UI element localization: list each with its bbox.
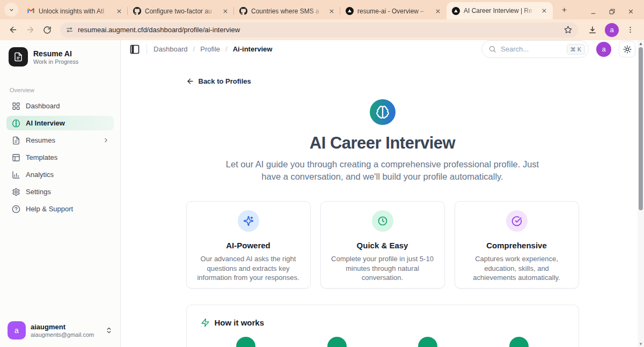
download-icon[interactable] (588, 25, 597, 35)
sidebar-spacer (6, 216, 114, 319)
sidebar-item-templates[interactable]: Templates (6, 150, 114, 165)
gear-icon (12, 188, 20, 196)
feature-card-comprehensive: Comprehensive Captures work experience, … (455, 201, 579, 289)
app-logo-row[interactable]: Resume AI Work in Progress (6, 47, 114, 67)
sidebar-nav: Dashboard AI Interview Resumes Templates… (6, 99, 114, 216)
user-menu[interactable]: a aiaugment aiaugments@gmail.com (6, 319, 114, 342)
window-controls (590, 8, 644, 19)
search-box[interactable]: ⌘ K (481, 40, 589, 58)
step-circle (509, 337, 529, 347)
scroll-up-arrow[interactable]: ▲ (638, 40, 644, 47)
feature-card-ai-powered: AI-Powered Our advanced AI asks the righ… (186, 201, 311, 289)
sidebar-item-resumes[interactable]: Resumes (6, 133, 114, 147)
sidebar-item-help-support[interactable]: Help & Support (6, 202, 114, 216)
grid-icon (12, 102, 20, 110)
browser-tab-resume-ai-overview[interactable]: resume-ai - Overview – (340, 3, 447, 19)
tab-title: Countries where SMS a (251, 8, 324, 15)
browser-tab-active[interactable]: AI Career Interview | Re (447, 2, 553, 19)
tab-close-icon[interactable] (221, 7, 230, 16)
chevrons-up-down-icon (105, 327, 113, 334)
tab-close-icon[interactable] (327, 7, 336, 16)
how-it-works-header: How it works (201, 318, 565, 327)
scrollbar-thumb[interactable] (639, 47, 643, 210)
new-tab-button[interactable] (557, 3, 571, 17)
step-item (383, 337, 474, 347)
minimize-icon[interactable] (590, 8, 597, 15)
feature-description: Captures work experience, education, ski… (463, 254, 571, 283)
sidebar-section-label: Overview (10, 87, 114, 93)
scroll-down-arrow[interactable]: ▼ (638, 341, 644, 347)
plus-icon (561, 6, 568, 13)
site-info-icon[interactable] (65, 26, 74, 34)
app-subtitle: Work in Progress (33, 58, 78, 65)
sidebar-item-label: Settings (26, 188, 51, 196)
sidebar-toggle-button[interactable] (129, 44, 140, 55)
browser-tab-strip: Unlock insights with Atl Configure two-f… (0, 0, 644, 19)
tab-title: Configure two-factor au (145, 8, 217, 15)
sidebar-item-label: Analytics (26, 171, 54, 179)
browser-tab-github-2fa[interactable]: Configure two-factor au (128, 3, 234, 19)
forward-button[interactable] (23, 23, 38, 38)
arrow-left-icon (186, 77, 194, 85)
back-button[interactable] (5, 23, 20, 38)
reload-button[interactable] (40, 23, 55, 38)
back-arrow-icon (9, 25, 18, 34)
sidebar-item-dashboard[interactable]: Dashboard (6, 99, 114, 113)
step-circle (327, 337, 347, 347)
page-scrollbar[interactable]: ▲ ▼ (638, 40, 644, 347)
github-icon (133, 7, 141, 15)
user-email: aiaugments@gmail.com (31, 331, 94, 338)
sun-icon (623, 45, 632, 54)
github-icon (239, 7, 247, 15)
tab-close-icon[interactable] (540, 6, 548, 15)
bookmark-star-icon[interactable] (564, 25, 573, 34)
tab-close-icon[interactable] (434, 7, 442, 16)
step-circle (418, 337, 437, 347)
brain-icon (12, 119, 20, 128)
tab-title: Unlock insights with Atl (39, 8, 111, 15)
header-avatar[interactable]: a (596, 42, 611, 57)
user-name: aiaugment (31, 323, 94, 331)
vercel-icon (346, 7, 354, 15)
tab-title: AI Career Interview | Re (464, 7, 536, 14)
feature-description: Our advanced AI asks the right questions… (194, 254, 303, 283)
reload-icon (43, 26, 52, 34)
theme-toggle-button[interactable] (619, 41, 635, 57)
tab-title: resume-ai - Overview – (357, 8, 430, 15)
url-text[interactable]: resumeai.augment.cfd/dashboard/profile/a… (78, 26, 559, 34)
how-it-works-title: How it works (215, 318, 265, 327)
browser-tab-github-sms[interactable]: Countries where SMS a (234, 3, 340, 19)
browser-profile-avatar[interactable]: a (605, 23, 619, 37)
sidebar-item-ai-interview[interactable]: AI Interview (6, 116, 114, 130)
back-to-profiles-link[interactable]: Back to Profiles (186, 77, 251, 85)
browser-tab-gmail[interactable]: Unlock insights with Atl (21, 3, 128, 19)
feature-title: AI-Powered (194, 241, 303, 250)
url-bar[interactable]: resumeai.augment.cfd/dashboard/profile/a… (60, 23, 578, 38)
breadcrumb-dashboard[interactable]: Dashboard (153, 45, 188, 53)
tab-close-icon[interactable] (115, 7, 123, 16)
restore-icon[interactable] (609, 8, 616, 15)
page-header: Dashboard / Profile / Ai-interview ⌘ K a (121, 40, 644, 58)
app-window: Resume AI Work in Progress Overview Dash… (0, 40, 644, 347)
chevron-right-icon (103, 137, 109, 144)
menu-dots-icon[interactable] (626, 26, 634, 34)
breadcrumb-profile[interactable]: Profile (200, 45, 220, 53)
chevron-down-icon (9, 7, 14, 13)
lightning-bolt-icon (201, 318, 210, 327)
sidebar-item-analytics[interactable]: Analytics (6, 167, 114, 182)
sidebar-item-label: AI Interview (26, 119, 65, 127)
feature-cards: AI-Powered Our advanced AI asks the righ… (186, 201, 579, 289)
gmail-icon (27, 7, 35, 15)
keyboard-shortcut-badge: ⌘ K (567, 44, 585, 55)
tab-search-button[interactable] (4, 3, 18, 17)
search-icon (488, 45, 496, 53)
sidebar-item-settings[interactable]: Settings (6, 184, 114, 199)
forward-arrow-icon (26, 25, 35, 34)
check-circle-icon (506, 210, 528, 232)
main-area: Dashboard / Profile / Ai-interview ⌘ K a (121, 40, 644, 347)
step-item (473, 337, 565, 347)
sparkles-icon (238, 210, 259, 232)
search-input[interactable] (501, 45, 562, 53)
feature-title: Quick & Easy (328, 241, 437, 250)
window-close-icon[interactable] (627, 8, 634, 15)
